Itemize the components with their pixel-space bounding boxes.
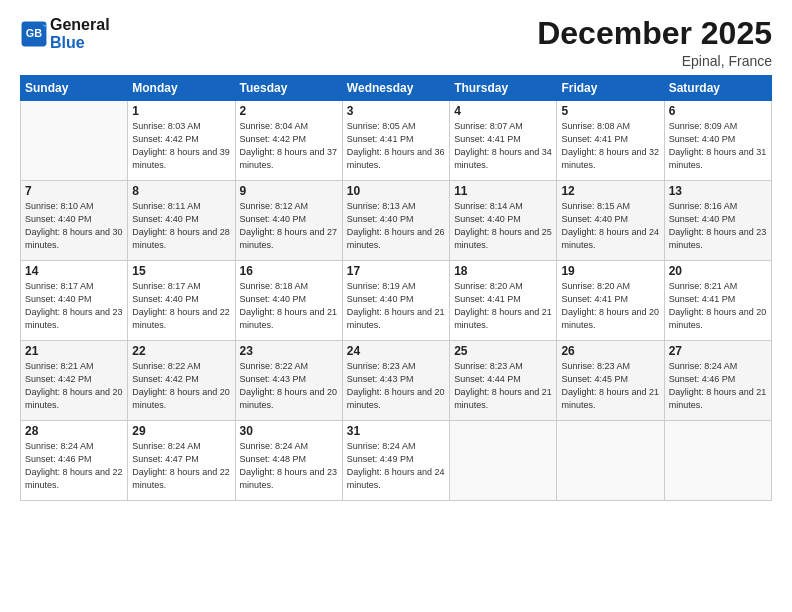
day-info: Sunrise: 8:20 AM Sunset: 4:41 PM Dayligh… [561, 280, 659, 332]
day-info: Sunrise: 8:22 AM Sunset: 4:42 PM Dayligh… [132, 360, 230, 412]
week-row-5: 28Sunrise: 8:24 AM Sunset: 4:46 PM Dayli… [21, 421, 772, 501]
day-number: 11 [454, 184, 552, 198]
day-cell: 14Sunrise: 8:17 AM Sunset: 4:40 PM Dayli… [21, 261, 128, 341]
day-info: Sunrise: 8:24 AM Sunset: 4:48 PM Dayligh… [240, 440, 338, 492]
day-cell: 8Sunrise: 8:11 AM Sunset: 4:40 PM Daylig… [128, 181, 235, 261]
day-info: Sunrise: 8:03 AM Sunset: 4:42 PM Dayligh… [132, 120, 230, 172]
day-number: 13 [669, 184, 767, 198]
col-header-thursday: Thursday [450, 76, 557, 101]
calendar-title: December 2025 [537, 16, 772, 51]
header-row: SundayMondayTuesdayWednesdayThursdayFrid… [21, 76, 772, 101]
day-number: 24 [347, 344, 445, 358]
day-cell: 7Sunrise: 8:10 AM Sunset: 4:40 PM Daylig… [21, 181, 128, 261]
day-number: 4 [454, 104, 552, 118]
week-row-1: 1Sunrise: 8:03 AM Sunset: 4:42 PM Daylig… [21, 101, 772, 181]
header: GB General Blue December 2025 Epinal, Fr… [20, 16, 772, 69]
day-info: Sunrise: 8:04 AM Sunset: 4:42 PM Dayligh… [240, 120, 338, 172]
day-cell: 27Sunrise: 8:24 AM Sunset: 4:46 PM Dayli… [664, 341, 771, 421]
day-info: Sunrise: 8:24 AM Sunset: 4:47 PM Dayligh… [132, 440, 230, 492]
calendar-table: SundayMondayTuesdayWednesdayThursdayFrid… [20, 75, 772, 501]
day-number: 14 [25, 264, 123, 278]
day-cell: 15Sunrise: 8:17 AM Sunset: 4:40 PM Dayli… [128, 261, 235, 341]
day-info: Sunrise: 8:24 AM Sunset: 4:46 PM Dayligh… [25, 440, 123, 492]
day-info: Sunrise: 8:20 AM Sunset: 4:41 PM Dayligh… [454, 280, 552, 332]
day-number: 15 [132, 264, 230, 278]
day-info: Sunrise: 8:23 AM Sunset: 4:45 PM Dayligh… [561, 360, 659, 412]
day-cell: 2Sunrise: 8:04 AM Sunset: 4:42 PM Daylig… [235, 101, 342, 181]
day-cell: 22Sunrise: 8:22 AM Sunset: 4:42 PM Dayli… [128, 341, 235, 421]
day-number: 10 [347, 184, 445, 198]
logo-blue: Blue [50, 34, 85, 51]
day-cell [557, 421, 664, 501]
day-number: 30 [240, 424, 338, 438]
day-info: Sunrise: 8:24 AM Sunset: 4:49 PM Dayligh… [347, 440, 445, 492]
day-cell: 6Sunrise: 8:09 AM Sunset: 4:40 PM Daylig… [664, 101, 771, 181]
week-row-2: 7Sunrise: 8:10 AM Sunset: 4:40 PM Daylig… [21, 181, 772, 261]
day-info: Sunrise: 8:21 AM Sunset: 4:41 PM Dayligh… [669, 280, 767, 332]
day-info: Sunrise: 8:17 AM Sunset: 4:40 PM Dayligh… [132, 280, 230, 332]
day-cell: 9Sunrise: 8:12 AM Sunset: 4:40 PM Daylig… [235, 181, 342, 261]
svg-text:GB: GB [26, 27, 42, 39]
calendar-page: GB General Blue December 2025 Epinal, Fr… [0, 0, 792, 612]
day-info: Sunrise: 8:16 AM Sunset: 4:40 PM Dayligh… [669, 200, 767, 252]
day-cell: 28Sunrise: 8:24 AM Sunset: 4:46 PM Dayli… [21, 421, 128, 501]
title-block: December 2025 Epinal, France [537, 16, 772, 69]
day-cell: 23Sunrise: 8:22 AM Sunset: 4:43 PM Dayli… [235, 341, 342, 421]
day-info: Sunrise: 8:08 AM Sunset: 4:41 PM Dayligh… [561, 120, 659, 172]
day-cell: 18Sunrise: 8:20 AM Sunset: 4:41 PM Dayli… [450, 261, 557, 341]
day-cell: 30Sunrise: 8:24 AM Sunset: 4:48 PM Dayli… [235, 421, 342, 501]
day-number: 31 [347, 424, 445, 438]
logo-icon: GB [20, 20, 48, 48]
day-cell: 21Sunrise: 8:21 AM Sunset: 4:42 PM Dayli… [21, 341, 128, 421]
logo-text: General Blue [50, 16, 110, 51]
day-info: Sunrise: 8:12 AM Sunset: 4:40 PM Dayligh… [240, 200, 338, 252]
week-row-3: 14Sunrise: 8:17 AM Sunset: 4:40 PM Dayli… [21, 261, 772, 341]
day-info: Sunrise: 8:10 AM Sunset: 4:40 PM Dayligh… [25, 200, 123, 252]
day-info: Sunrise: 8:11 AM Sunset: 4:40 PM Dayligh… [132, 200, 230, 252]
day-cell: 26Sunrise: 8:23 AM Sunset: 4:45 PM Dayli… [557, 341, 664, 421]
week-row-4: 21Sunrise: 8:21 AM Sunset: 4:42 PM Dayli… [21, 341, 772, 421]
day-cell [450, 421, 557, 501]
location-subtitle: Epinal, France [537, 53, 772, 69]
day-info: Sunrise: 8:14 AM Sunset: 4:40 PM Dayligh… [454, 200, 552, 252]
day-cell: 24Sunrise: 8:23 AM Sunset: 4:43 PM Dayli… [342, 341, 449, 421]
day-info: Sunrise: 8:23 AM Sunset: 4:44 PM Dayligh… [454, 360, 552, 412]
col-header-wednesday: Wednesday [342, 76, 449, 101]
logo-general: General [50, 16, 110, 33]
day-number: 12 [561, 184, 659, 198]
day-number: 2 [240, 104, 338, 118]
day-number: 21 [25, 344, 123, 358]
day-cell: 20Sunrise: 8:21 AM Sunset: 4:41 PM Dayli… [664, 261, 771, 341]
day-info: Sunrise: 8:19 AM Sunset: 4:40 PM Dayligh… [347, 280, 445, 332]
day-cell: 25Sunrise: 8:23 AM Sunset: 4:44 PM Dayli… [450, 341, 557, 421]
day-number: 25 [454, 344, 552, 358]
col-header-saturday: Saturday [664, 76, 771, 101]
day-number: 29 [132, 424, 230, 438]
col-header-tuesday: Tuesday [235, 76, 342, 101]
day-number: 19 [561, 264, 659, 278]
col-header-friday: Friday [557, 76, 664, 101]
day-cell: 3Sunrise: 8:05 AM Sunset: 4:41 PM Daylig… [342, 101, 449, 181]
col-header-monday: Monday [128, 76, 235, 101]
day-number: 26 [561, 344, 659, 358]
day-number: 9 [240, 184, 338, 198]
day-cell: 11Sunrise: 8:14 AM Sunset: 4:40 PM Dayli… [450, 181, 557, 261]
day-number: 27 [669, 344, 767, 358]
day-info: Sunrise: 8:18 AM Sunset: 4:40 PM Dayligh… [240, 280, 338, 332]
day-info: Sunrise: 8:15 AM Sunset: 4:40 PM Dayligh… [561, 200, 659, 252]
day-info: Sunrise: 8:05 AM Sunset: 4:41 PM Dayligh… [347, 120, 445, 172]
day-info: Sunrise: 8:09 AM Sunset: 4:40 PM Dayligh… [669, 120, 767, 172]
day-cell: 31Sunrise: 8:24 AM Sunset: 4:49 PM Dayli… [342, 421, 449, 501]
day-cell: 16Sunrise: 8:18 AM Sunset: 4:40 PM Dayli… [235, 261, 342, 341]
day-number: 6 [669, 104, 767, 118]
day-cell [21, 101, 128, 181]
day-info: Sunrise: 8:24 AM Sunset: 4:46 PM Dayligh… [669, 360, 767, 412]
day-cell: 5Sunrise: 8:08 AM Sunset: 4:41 PM Daylig… [557, 101, 664, 181]
day-number: 16 [240, 264, 338, 278]
day-info: Sunrise: 8:22 AM Sunset: 4:43 PM Dayligh… [240, 360, 338, 412]
day-info: Sunrise: 8:23 AM Sunset: 4:43 PM Dayligh… [347, 360, 445, 412]
day-cell: 4Sunrise: 8:07 AM Sunset: 4:41 PM Daylig… [450, 101, 557, 181]
day-number: 22 [132, 344, 230, 358]
day-number: 28 [25, 424, 123, 438]
day-cell: 10Sunrise: 8:13 AM Sunset: 4:40 PM Dayli… [342, 181, 449, 261]
